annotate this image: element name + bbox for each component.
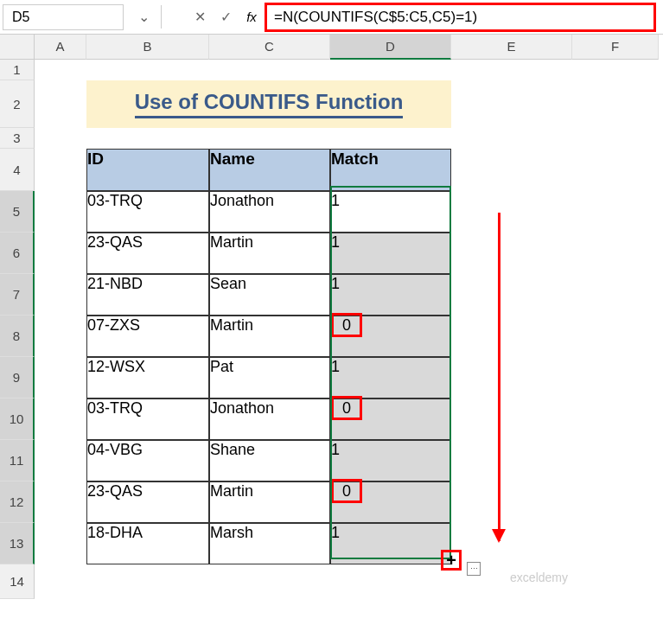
title-cell[interactable]: Use of COUNTIFS Function [86,80,451,128]
cell[interactable] [330,128,451,149]
row-header[interactable]: 9 [0,357,35,399]
fx-icon[interactable]: fx [239,10,265,24]
row-header[interactable]: 13 [0,523,35,564]
column-header[interactable]: E [451,35,572,60]
cell[interactable] [35,564,86,599]
cell[interactable] [35,357,86,399]
table-cell[interactable]: Pat [209,357,330,399]
table-cell[interactable]: Jonathon [209,191,330,233]
cell[interactable] [572,523,659,564]
select-all-corner[interactable] [0,35,35,60]
table-cell[interactable]: 07-ZXS [86,316,209,357]
cell[interactable] [572,440,659,481]
name-box[interactable]: D5 [3,4,124,30]
match-cell[interactable]: 0 [330,399,451,440]
cell[interactable] [35,80,86,128]
cell[interactable] [35,481,86,523]
cell[interactable] [451,274,572,316]
cell[interactable] [572,399,659,440]
table-cell[interactable]: 04-VBG [86,440,209,481]
cell[interactable] [209,128,330,149]
cell[interactable] [572,191,659,233]
cell[interactable] [451,60,572,80]
cell[interactable] [35,60,86,80]
cell[interactable] [35,149,86,191]
row-header[interactable]: 7 [0,274,35,316]
table-cell[interactable]: Martin [209,233,330,274]
table-cell[interactable]: Martin [209,481,330,523]
cell[interactable] [86,564,209,599]
cell[interactable] [572,128,659,149]
row-header[interactable]: 8 [0,316,35,357]
match-cell[interactable]: 1 [330,233,451,274]
match-cell[interactable]: 1 [330,440,451,481]
table-cell[interactable]: 18-DHA [86,523,209,564]
cell[interactable] [35,274,86,316]
cell[interactable] [209,564,330,599]
cell[interactable] [572,274,659,316]
row-header[interactable]: 3 [0,128,35,149]
match-cell[interactable]: 1 [330,357,451,399]
cell[interactable] [572,80,659,128]
cell[interactable] [451,399,572,440]
cell[interactable] [86,60,209,80]
cell[interactable] [451,316,572,357]
enter-icon[interactable]: ✓ [213,9,239,25]
cell[interactable] [572,564,659,599]
cell[interactable] [572,481,659,523]
table-header[interactable]: Match [330,149,451,191]
cell[interactable] [451,233,572,274]
cell[interactable] [451,440,572,481]
cell[interactable] [451,80,572,128]
table-cell[interactable]: 23-QAS [86,233,209,274]
row-header[interactable]: 11 [0,440,35,481]
row-header[interactable]: 1 [0,60,35,80]
cell[interactable] [35,440,86,481]
cell[interactable] [451,128,572,149]
match-cell[interactable]: 1 [330,523,451,564]
row-header[interactable]: 14 [0,564,35,599]
column-header[interactable]: D [330,35,451,60]
cell[interactable] [451,149,572,191]
column-header[interactable]: B [86,35,209,60]
table-cell[interactable]: Sean [209,274,330,316]
match-cell[interactable]: 0 [330,481,451,523]
row-header[interactable]: 6 [0,233,35,274]
table-cell[interactable]: 23-QAS [86,481,209,523]
row-header[interactable]: 5 [0,191,35,233]
match-cell[interactable]: 1 [330,191,451,233]
table-cell[interactable]: Martin [209,316,330,357]
name-box-dropdown-icon[interactable]: ⌄ [126,9,161,25]
cell[interactable] [451,481,572,523]
cell[interactable] [35,128,86,149]
table-cell[interactable]: 21-NBD [86,274,209,316]
cell[interactable] [572,316,659,357]
column-header[interactable]: F [572,35,659,60]
cell[interactable] [572,233,659,274]
cancel-icon[interactable]: ✕ [187,9,213,25]
cell[interactable] [330,564,451,599]
column-header[interactable]: A [35,35,86,60]
cell[interactable] [330,60,451,80]
cell[interactable] [451,357,572,399]
table-header[interactable]: ID [86,149,209,191]
cell[interactable] [451,523,572,564]
row-header[interactable]: 12 [0,481,35,523]
cell[interactable] [451,191,572,233]
cell[interactable] [86,128,209,149]
table-cell[interactable]: 03-TRQ [86,399,209,440]
column-header[interactable]: C [209,35,330,60]
table-cell[interactable]: 12-WSX [86,357,209,399]
formula-input[interactable]: =N(COUNTIFS(C$5:C5,C5)=1) [265,3,656,32]
cell[interactable] [35,191,86,233]
autofill-options-icon[interactable]: ⋯ [467,562,481,576]
row-header[interactable]: 10 [0,399,35,440]
cell[interactable] [35,399,86,440]
match-cell[interactable]: 1 [330,274,451,316]
table-cell[interactable]: Shane [209,440,330,481]
table-header[interactable]: Name [209,149,330,191]
row-header[interactable]: 2 [0,80,35,128]
cell[interactable] [572,357,659,399]
cell[interactable] [572,60,659,80]
cell[interactable] [35,523,86,564]
